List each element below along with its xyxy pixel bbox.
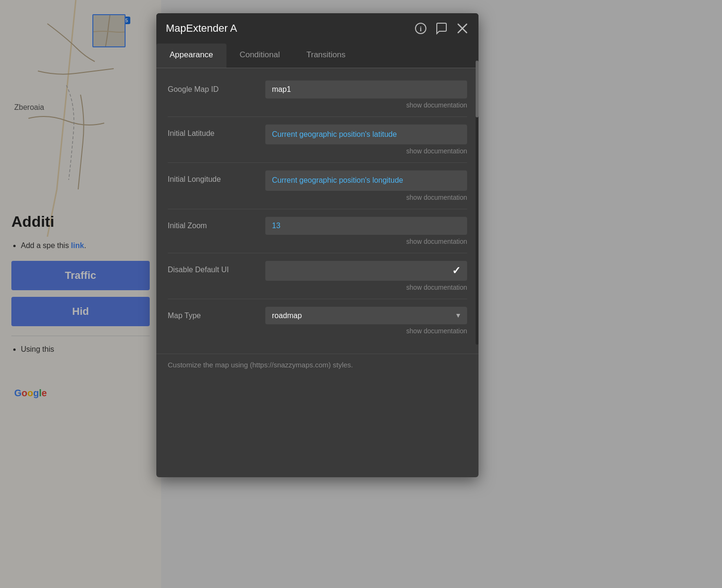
label-initial-latitude: Initial Latitude bbox=[168, 125, 258, 138]
form-row-main: Disable Default UI ✓ bbox=[168, 261, 467, 281]
label-initial-longitude: Initial Longitude bbox=[168, 170, 258, 184]
tab-transitions[interactable]: Transitions bbox=[293, 44, 359, 68]
input-initial-zoom[interactable] bbox=[265, 217, 467, 235]
tab-appearance[interactable]: Appearance bbox=[156, 44, 226, 68]
show-doc-google-map-id[interactable]: show documentation bbox=[168, 101, 467, 109]
select-map-type[interactable]: roadmap satellite hybrid terrain bbox=[265, 307, 467, 324]
modal-header: MapExtender A i bbox=[156, 13, 478, 44]
svg-text:i: i bbox=[420, 25, 422, 33]
form-row-main: Google Map ID bbox=[168, 80, 467, 98]
show-doc-initial-latitude[interactable]: show documentation bbox=[168, 147, 467, 155]
modal-panel: MapExtender A i Appearance bbox=[156, 13, 478, 477]
control-disable-default-ui: ✓ bbox=[265, 261, 467, 281]
label-initial-zoom: Initial Zoom bbox=[168, 217, 258, 230]
show-doc-map-type[interactable]: show documentation bbox=[168, 327, 467, 335]
form-row-initial-zoom: Initial Zoom show documentation bbox=[168, 209, 467, 253]
control-initial-zoom bbox=[265, 217, 467, 235]
modal-body: Google Map ID show documentation Initial… bbox=[156, 68, 478, 354]
scrollbar-thumb[interactable] bbox=[476, 61, 478, 117]
form-row-initial-latitude: Initial Latitude Current geographic posi… bbox=[168, 117, 467, 163]
comment-icon[interactable] bbox=[435, 22, 448, 35]
control-map-type: roadmap satellite hybrid terrain ▼ bbox=[265, 307, 467, 324]
value-initial-latitude[interactable]: Current geographic position's latitude bbox=[265, 125, 467, 144]
form-row-initial-longitude: Initial Longitude Current geographic pos… bbox=[168, 163, 467, 209]
modal-tabs: Appearance Conditional Transitions bbox=[156, 44, 478, 68]
label-google-map-id: Google Map ID bbox=[168, 80, 258, 94]
form-row-disable-default-ui: Disable Default UI ✓ show documentation bbox=[168, 253, 467, 299]
modal-title: MapExtender A bbox=[166, 22, 237, 35]
form-row-google-map-id: Google Map ID show documentation bbox=[168, 73, 467, 117]
control-google-map-id bbox=[265, 80, 467, 98]
control-initial-latitude: Current geographic position's latitude bbox=[265, 125, 467, 144]
show-doc-initial-longitude[interactable]: show documentation bbox=[168, 194, 467, 201]
form-row-main: Initial Zoom bbox=[168, 217, 467, 235]
tab-conditional[interactable]: Conditional bbox=[226, 44, 293, 68]
close-icon[interactable] bbox=[456, 22, 469, 35]
control-initial-longitude: Current geographic position's longitude bbox=[265, 170, 467, 190]
input-google-map-id[interactable] bbox=[265, 80, 467, 98]
label-disable-default-ui: Disable Default UI bbox=[168, 261, 258, 274]
select-wrap-map-type: roadmap satellite hybrid terrain ▼ bbox=[265, 307, 467, 324]
label-map-type: Map Type bbox=[168, 307, 258, 320]
scrollbar-track bbox=[476, 61, 478, 345]
show-doc-disable-default-ui[interactable]: show documentation bbox=[168, 284, 467, 291]
form-row-map-type: Map Type roadmap satellite hybrid terrai… bbox=[168, 299, 467, 342]
checkmark-icon: ✓ bbox=[452, 265, 460, 277]
form-row-main: Initial Latitude Current geographic posi… bbox=[168, 125, 467, 144]
value-initial-longitude[interactable]: Current geographic position's longitude bbox=[265, 170, 467, 190]
show-doc-initial-zoom[interactable]: show documentation bbox=[168, 238, 467, 245]
modal-footer-note: Customize the map using (https://snazzym… bbox=[156, 354, 478, 380]
form-row-main: Initial Longitude Current geographic pos… bbox=[168, 170, 467, 190]
form-row-main: Map Type roadmap satellite hybrid terrai… bbox=[168, 307, 467, 324]
modal-header-icons: i bbox=[414, 22, 469, 35]
checkbox-disable-default-ui[interactable]: ✓ bbox=[265, 261, 467, 281]
info-icon[interactable]: i bbox=[414, 22, 427, 35]
